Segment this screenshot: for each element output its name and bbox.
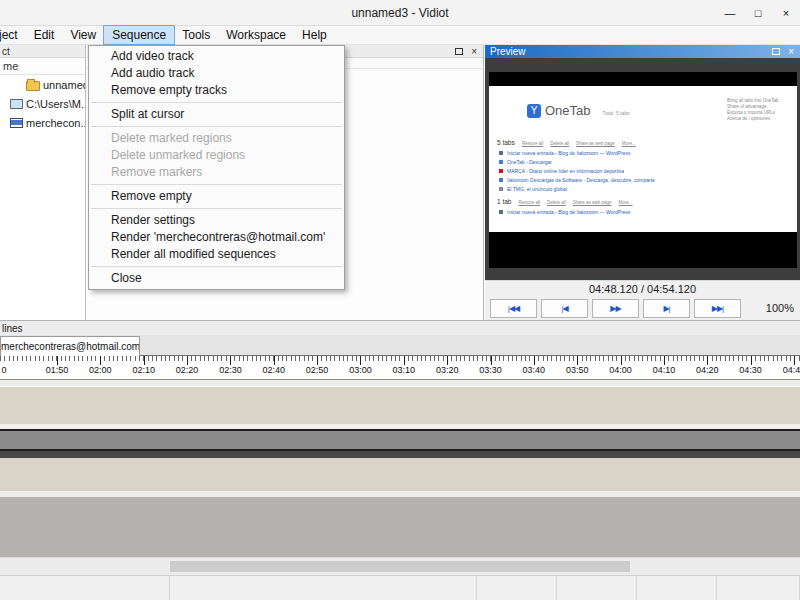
tab-action-restore-all: Restore all (522, 141, 544, 146)
close-pane-icon[interactable]: × (471, 47, 477, 56)
menu-item-delete-marked-regions[interactable]: Delete marked regions (89, 130, 344, 147)
tab-action-delete-all: Delete all (550, 141, 569, 146)
previous-frame-button[interactable]: |◀ (541, 299, 588, 318)
ruler-tick (360, 356, 361, 365)
audio-track[interactable] (0, 458, 800, 491)
timeline-tracks[interactable] (0, 380, 800, 557)
next-frame-button[interactable]: ▶| (643, 299, 690, 318)
menu-item-add-video-track[interactable]: Add video track (89, 48, 344, 65)
favicon (499, 187, 503, 191)
ruler-label: 02:20 (176, 365, 199, 375)
tab-title: MARCA - Diario online líder en informaci… (507, 168, 624, 174)
favicon (499, 160, 503, 164)
ruler-tick (577, 356, 578, 365)
ruler-label: 02:00 (89, 365, 112, 375)
tab-title: Iniciar nueva entrada ‹ Blog de Italozoo… (507, 209, 631, 215)
preview-viewport: Y OneTab Total: 5 tabs Bring all tabs in… (485, 58, 800, 280)
status-segment (170, 576, 477, 600)
tree-item-merchecon[interactable]: merchecon... (0, 113, 85, 132)
timeline-tab-bar: merchecontreras@hotmail.com (0, 335, 800, 356)
menu-item-remove-markers[interactable]: Remove markers (89, 164, 344, 181)
ruler-label: 04:20 (696, 365, 719, 375)
restore-pane-icon[interactable] (772, 48, 780, 55)
maximize-icon[interactable]: □ (752, 7, 764, 19)
status-segment (557, 576, 637, 600)
go-to-start-button[interactable]: |◀◀ (490, 299, 537, 318)
ruler-tick (491, 356, 492, 365)
transport-controls: |◀◀|◀▶▶▶|▶▶|100% (485, 296, 800, 320)
video-content: Y OneTab Total: 5 tabs Bring all tabs in… (489, 86, 797, 232)
tab-row: OneTab - Descargar (497, 157, 791, 166)
menu-item-add-audio-track[interactable]: Add audio track (89, 65, 344, 82)
tab-group-header: 1 tabRestore allDelete allShare as web p… (497, 198, 791, 205)
close-icon[interactable]: × (780, 7, 792, 19)
onetab-logo: Y OneTab Total: 5 tabs (527, 103, 630, 118)
menubar-item-edit[interactable]: Edit (26, 26, 63, 44)
ruler-label: 03:30 (479, 365, 502, 375)
menubar-item-view[interactable]: View (62, 26, 104, 44)
menu-item-render-merchecontreras-hotmail-com[interactable]: Render 'merchecontreras@hotmail.com' (89, 229, 344, 246)
menubar-item-sequence[interactable]: Sequence (104, 26, 174, 44)
onetab-promo-block: Bring all tabs into OneTabShare of advan… (727, 98, 789, 122)
menu-item-delete-unmarked-regions[interactable]: Delete unmarked regions (89, 147, 344, 164)
ruler-label: 03:00 (349, 365, 372, 375)
menu-item-remove-empty-tracks[interactable]: Remove empty tracks (89, 82, 344, 99)
play-button[interactable]: ▶▶ (592, 299, 639, 318)
ruler-label: 01:50 (46, 365, 69, 375)
tab-title: Italozoom Descargas de Software - Descar… (507, 177, 655, 183)
restore-pane-icon[interactable] (455, 48, 463, 55)
menu-separator (91, 184, 342, 185)
ruler-tick (621, 356, 622, 365)
timeline-ruler[interactable]: 001:5002:0002:1002:2002:3002:4002:5003:0… (0, 356, 800, 380)
scrollbar-thumb[interactable] (170, 561, 630, 572)
status-segment (477, 576, 557, 600)
favicon (499, 169, 503, 173)
onetab-logo-icon: Y (527, 104, 541, 118)
ruler-tick (57, 356, 58, 365)
menu-item-render-settings[interactable]: Render settings (89, 212, 344, 229)
menu-item-render-all-modified-sequences[interactable]: Render all modified sequences (89, 246, 344, 263)
tab-action-restore-all: Restore all (518, 200, 540, 205)
tab-row: El TMG, el uncírculo global (497, 184, 791, 193)
ruler-label: 03:10 (393, 365, 416, 375)
preview-panel-caption: Preview × (485, 45, 800, 58)
menubar-item-workspace[interactable]: Workspace (218, 26, 294, 44)
track-divider-band[interactable] (0, 431, 800, 449)
ruler-tick (230, 356, 231, 365)
titlebar: unnamed3 - Vidiot — □ × (0, 0, 800, 26)
tab-action-more: More... (622, 141, 636, 146)
go-to-end-button[interactable]: ▶▶| (694, 299, 741, 318)
menu-item-close[interactable]: Close (89, 270, 344, 287)
menu-separator (91, 126, 342, 127)
tree-item-c-users-m[interactable]: C:\Users\M... (0, 94, 85, 113)
timeline-tab[interactable]: merchecontreras@hotmail.com (0, 336, 140, 356)
computer-icon (10, 99, 23, 109)
menubar-item-tools[interactable]: Tools (174, 26, 218, 44)
menubar-item-ject[interactable]: ject (0, 26, 26, 44)
ruler-label: 03:40 (523, 365, 546, 375)
menubar-item-help[interactable]: Help (294, 26, 335, 44)
video-track[interactable] (0, 386, 800, 424)
close-pane-icon[interactable]: × (788, 47, 794, 56)
minimize-icon[interactable]: — (724, 7, 736, 19)
tab-row: MARCA - Diario online líder en informaci… (497, 166, 791, 175)
ruler-tick (664, 356, 665, 365)
tab-row: Iniciar nueva entrada ‹ Blog de Italozoo… (497, 207, 791, 216)
menu-item-remove-empty[interactable]: Remove empty (89, 188, 344, 205)
ruler-tick (794, 356, 795, 365)
track-divider-shadow (0, 451, 800, 458)
timelines-panel-caption: lines (0, 320, 800, 335)
video-sections: 5 tabsRestore allDelete allShare as web … (497, 134, 791, 216)
project-column-header[interactable]: me (0, 58, 85, 75)
horizontal-scrollbar[interactable] (0, 557, 800, 575)
statusbar (0, 575, 800, 600)
tree-item-unnamed3[interactable]: unnamed3 (0, 75, 85, 94)
menu-separator (91, 102, 342, 103)
menu-item-split-at-cursor[interactable]: Split at cursor (89, 106, 344, 123)
status-segment (0, 576, 170, 600)
ruler-label: 04:00 (609, 365, 632, 375)
onetab-logo-text: OneTab (545, 103, 591, 118)
ruler-tick (534, 356, 535, 365)
sequence-menu: Add video trackAdd audio trackRemove emp… (88, 45, 345, 290)
tab-title: OneTab - Descargar (507, 159, 552, 165)
